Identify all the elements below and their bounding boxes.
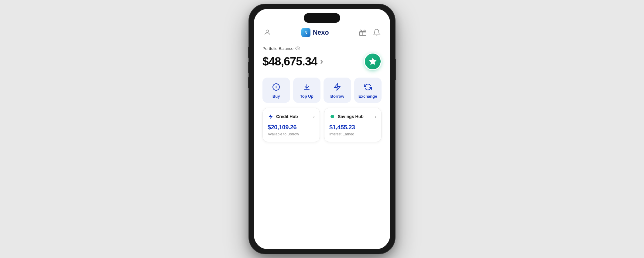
screen-content: N Nexo xyxy=(254,23,390,249)
buy-label: Buy xyxy=(272,94,280,99)
exchange-button[interactable]: Exchange xyxy=(354,78,382,103)
exchange-icon xyxy=(363,82,372,92)
gift-icon[interactable] xyxy=(358,28,368,37)
topup-button[interactable]: Top Up xyxy=(293,78,321,103)
balance-chevron[interactable]: › xyxy=(320,57,323,66)
savings-hub-card[interactable]: Savings Hub › $1,455.23 Interest Earned xyxy=(324,108,382,142)
app-title: Nexo xyxy=(313,29,329,37)
savings-hub-chevron: › xyxy=(375,114,376,119)
svg-point-4 xyxy=(297,48,298,49)
hub-cards: Credit Hub › $20,109.26 Available to Bor… xyxy=(262,108,382,142)
savings-hub-title: Savings Hub xyxy=(338,114,372,119)
dynamic-island xyxy=(304,13,340,23)
phone-device: N Nexo xyxy=(249,4,395,254)
balance-amount-row: $48,675.34 › xyxy=(262,53,382,70)
balance-section: Portfolio Balance $48,675.34 › xyxy=(262,41,382,74)
logo: N Nexo xyxy=(301,28,329,37)
credit-hub-card[interactable]: Credit Hub › $20,109.26 Available to Bor… xyxy=(262,108,320,142)
svg-point-0 xyxy=(266,30,269,33)
header-actions xyxy=(358,28,382,37)
credit-hub-icon xyxy=(268,113,274,120)
topup-icon xyxy=(302,82,311,92)
buy-icon xyxy=(272,82,281,92)
action-buttons: Buy Top Up xyxy=(262,78,382,103)
phone-screen: N Nexo xyxy=(254,9,390,249)
borrow-button[interactable]: Borrow xyxy=(324,78,351,103)
bell-icon[interactable] xyxy=(372,28,382,37)
app-header: N Nexo xyxy=(262,23,382,41)
savings-hub-amount: $1,455.23 xyxy=(329,124,376,131)
svg-text:N: N xyxy=(304,30,307,35)
scene: N Nexo xyxy=(0,0,644,258)
balance-amount: $48,675.34 › xyxy=(262,55,323,68)
credit-hub-chevron: › xyxy=(313,114,315,119)
credit-hub-header: Credit Hub › xyxy=(268,113,315,120)
borrow-icon xyxy=(333,82,342,92)
savings-hub-header: Savings Hub › xyxy=(329,113,376,120)
credit-hub-subtitle: Available to Borrow xyxy=(268,132,315,136)
credit-hub-amount: $20,109.26 xyxy=(268,124,315,131)
borrow-label: Borrow xyxy=(331,94,344,99)
savings-hub-icon xyxy=(329,113,335,120)
credit-hub-title: Credit Hub xyxy=(276,114,311,119)
exchange-label: Exchange xyxy=(358,94,377,99)
nexo-logo-icon: N xyxy=(301,28,310,37)
profile-icon[interactable] xyxy=(262,28,272,37)
savings-hub-subtitle: Interest Earned xyxy=(329,132,376,136)
balance-label: Portfolio Balance xyxy=(262,46,382,51)
topup-label: Top Up xyxy=(300,94,313,99)
visibility-icon[interactable] xyxy=(295,46,300,51)
star-icon xyxy=(368,57,377,66)
loyalty-badge[interactable] xyxy=(364,53,382,70)
buy-button[interactable]: Buy xyxy=(262,78,290,103)
